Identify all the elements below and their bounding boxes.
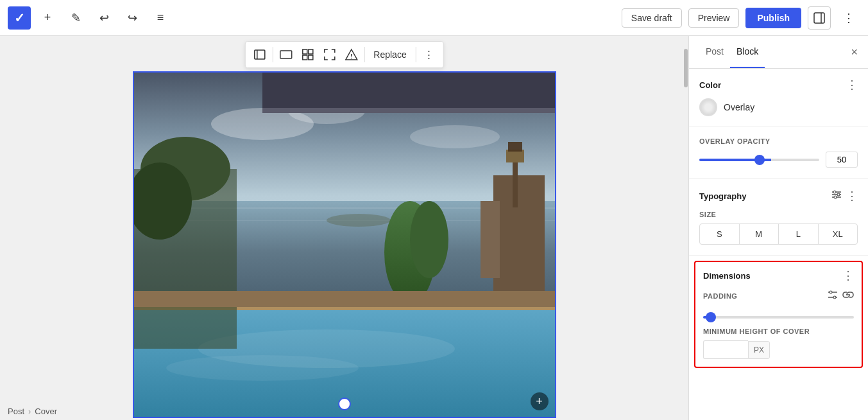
cover-image-wrapper[interactable]: + bbox=[133, 71, 556, 418]
block-toolbar: Replace ⋮ bbox=[244, 41, 443, 68]
top-bar-left: ✓ + ✎ ↩ ↪ ≡ bbox=[8, 6, 172, 30]
add-block-button[interactable]: + bbox=[36, 6, 59, 30]
svg-point-46 bbox=[837, 193, 840, 196]
size-m-button[interactable]: M bbox=[740, 224, 779, 244]
padding-controls bbox=[827, 289, 854, 303]
overlay-label: Overlay bbox=[724, 102, 754, 112]
top-bar: ✓ + ✎ ↩ ↪ ≡ Save draft Preview Publish ⋮ bbox=[0, 0, 868, 36]
svg-rect-7 bbox=[302, 55, 307, 60]
padding-sliders-button[interactable] bbox=[827, 289, 838, 303]
size-row: S M L XL bbox=[699, 223, 858, 245]
min-height-label: MINIMUM HEIGHT OF COVER bbox=[703, 328, 854, 335]
post-tab[interactable]: Post bbox=[699, 36, 730, 68]
fullscreen-icon bbox=[323, 48, 336, 61]
list-view-button[interactable]: ≡ bbox=[149, 6, 172, 30]
dimensions-section: Dimensions ⋮ PADDING bbox=[694, 261, 863, 368]
typography-filter-button[interactable] bbox=[831, 189, 842, 203]
overlay-color-swatch[interactable] bbox=[699, 98, 717, 116]
size-l-button[interactable]: L bbox=[779, 224, 819, 244]
replace-button[interactable]: Replace bbox=[367, 46, 413, 64]
undo-button[interactable]: ↩ bbox=[92, 6, 115, 30]
min-height-input[interactable] bbox=[703, 340, 748, 359]
color-row: Overlay bbox=[699, 98, 858, 116]
svg-point-47 bbox=[834, 196, 837, 198]
cover-drag-handle[interactable] bbox=[338, 398, 351, 410]
more-options-button[interactable]: ⋮ bbox=[837, 6, 860, 30]
svg-point-15 bbox=[410, 125, 500, 148]
cover-image-svg bbox=[134, 73, 556, 418]
canvas-scrollbar[interactable] bbox=[683, 36, 688, 420]
opacity-row: 50 bbox=[699, 152, 858, 168]
min-height-unit: PX bbox=[748, 341, 770, 359]
preview-button[interactable]: Preview bbox=[688, 8, 740, 28]
main-layout: Replace ⋮ bbox=[0, 36, 868, 420]
wide-align-icon bbox=[279, 50, 292, 59]
top-bar-right: Save draft Preview Publish ⋮ bbox=[622, 6, 860, 30]
cover-add-button[interactable]: + bbox=[531, 392, 549, 410]
svg-point-11 bbox=[351, 58, 352, 59]
padding-slider[interactable] bbox=[703, 316, 854, 319]
redo-button[interactable]: ↪ bbox=[121, 6, 144, 30]
svg-rect-39 bbox=[262, 73, 556, 111]
fullscreen-button[interactable] bbox=[319, 44, 339, 65]
svg-rect-5 bbox=[302, 49, 307, 54]
block-more-button[interactable]: ⋮ bbox=[419, 44, 439, 65]
padding-link-icon bbox=[842, 289, 854, 301]
save-draft-button[interactable]: Save draft bbox=[622, 8, 682, 28]
typography-section-title: Typography bbox=[699, 191, 746, 201]
sidebar-toggle-icon bbox=[813, 12, 825, 24]
wp-logo-icon[interactable]: ✓ bbox=[8, 6, 31, 30]
svg-rect-41 bbox=[134, 291, 556, 307]
opacity-input[interactable]: 50 bbox=[826, 152, 858, 168]
dimensions-more-button[interactable]: ⋮ bbox=[842, 270, 854, 281]
warning-button[interactable] bbox=[341, 44, 361, 65]
color-section: Color ⋮ Overlay bbox=[689, 69, 868, 127]
svg-point-30 bbox=[166, 355, 359, 381]
toolbar-divider-1 bbox=[272, 47, 273, 62]
dimensions-section-header: Dimensions ⋮ bbox=[703, 270, 854, 281]
svg-rect-24 bbox=[513, 156, 518, 207]
svg-rect-0 bbox=[814, 13, 824, 23]
svg-rect-4 bbox=[280, 51, 291, 58]
svg-point-50 bbox=[830, 291, 832, 293]
typography-section-header: Typography ⋮ bbox=[699, 189, 858, 203]
min-height-input-row: PX bbox=[703, 340, 854, 359]
opacity-slider[interactable] bbox=[699, 159, 819, 161]
breadcrumb: Post › Cover bbox=[8, 407, 57, 416]
tools-button[interactable]: ✎ bbox=[64, 6, 87, 30]
breadcrumb-current: Cover bbox=[35, 407, 57, 416]
wide-align-button[interactable] bbox=[275, 44, 296, 65]
padding-label: PADDING bbox=[703, 292, 737, 300]
size-s-button[interactable]: S bbox=[700, 224, 740, 244]
grid-icon bbox=[301, 48, 314, 61]
block-tab[interactable]: Block bbox=[730, 36, 765, 68]
breadcrumb-parent[interactable]: Post bbox=[8, 407, 24, 416]
svg-point-45 bbox=[833, 191, 836, 193]
sidebar-close-button[interactable]: × bbox=[851, 46, 858, 59]
color-section-title: Color bbox=[699, 80, 721, 90]
padding-link-button[interactable] bbox=[842, 289, 854, 303]
publish-button[interactable]: Publish bbox=[745, 8, 801, 28]
size-xl-button[interactable]: XL bbox=[819, 224, 858, 244]
filter-icon bbox=[831, 189, 842, 200]
sidebar-tabs-left: Post Block bbox=[699, 36, 765, 68]
grid-button[interactable] bbox=[297, 44, 318, 65]
canvas-scroll-thumb[interactable] bbox=[684, 49, 688, 87]
breadcrumb-separator: › bbox=[28, 407, 31, 416]
size-label: SIZE bbox=[699, 211, 858, 218]
dimensions-section-title: Dimensions bbox=[703, 271, 751, 281]
sidebar-toggle-button[interactable] bbox=[808, 6, 831, 30]
cover-image bbox=[134, 73, 555, 417]
toolbar-divider-2 bbox=[364, 47, 364, 62]
align-button[interactable] bbox=[249, 44, 269, 65]
svg-rect-6 bbox=[308, 49, 312, 54]
color-more-button[interactable]: ⋮ bbox=[846, 79, 858, 91]
svg-rect-22 bbox=[493, 175, 545, 304]
svg-point-21 bbox=[327, 214, 391, 227]
typography-section: Typography ⋮ SIZE bbox=[689, 179, 868, 256]
right-sidebar: Post Block × Color ⋮ Overlay OVERLAY OPA… bbox=[688, 36, 868, 420]
svg-rect-2 bbox=[254, 50, 264, 59]
canvas-area: Replace ⋮ bbox=[0, 36, 688, 420]
typography-more-button[interactable]: ⋮ bbox=[846, 190, 858, 202]
padding-sliders-icon bbox=[827, 289, 838, 301]
